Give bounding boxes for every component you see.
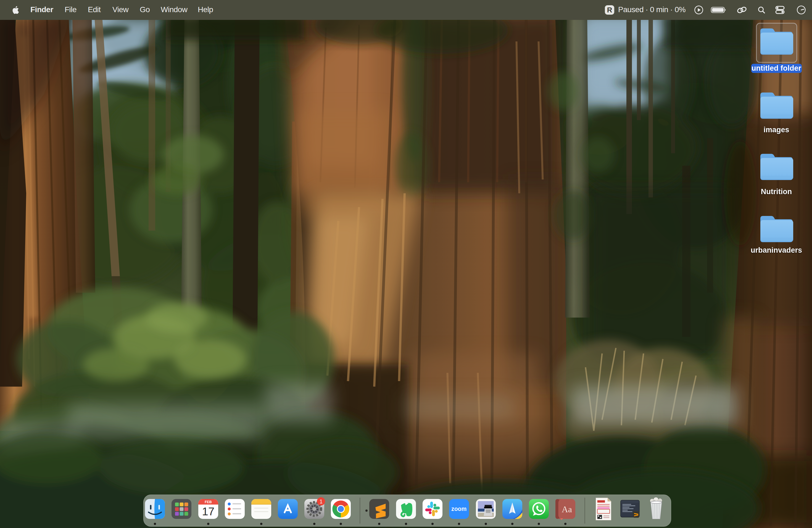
svg-text:Aa: Aa	[562, 504, 572, 514]
svg-text:zoom: zoom	[451, 505, 466, 512]
svg-text:17: 17	[202, 505, 215, 518]
svg-text:1: 1	[320, 498, 323, 504]
svg-text:FEB: FEB	[205, 500, 212, 504]
